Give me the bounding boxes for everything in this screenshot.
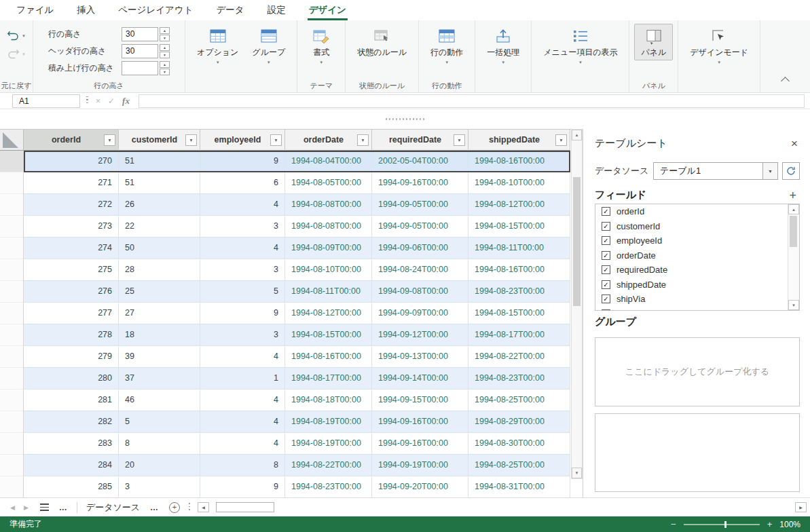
cell[interactable]: 1994-08-08T00:00: [285, 194, 372, 216]
cell[interactable]: 1994-09-12T00:00: [372, 324, 468, 346]
add-field-icon[interactable]: +: [789, 189, 796, 202]
tab-prev-icon[interactable]: ◀: [10, 504, 15, 511]
cell[interactable]: 4: [200, 390, 285, 411]
tabbar-splitter-icon[interactable]: [189, 503, 190, 512]
cell[interactable]: 51: [119, 172, 200, 194]
cell[interactable]: 1994-08-17T00:00: [285, 368, 372, 390]
cell[interactable]: 2002-05-04T00:00: [372, 151, 468, 172]
cell[interactable]: 1994-08-16T00:00: [468, 259, 570, 281]
undo-button[interactable]: ▼: [5, 29, 28, 42]
vscroll-thumb[interactable]: [573, 177, 581, 306]
cell[interactable]: 281: [24, 390, 119, 411]
cell[interactable]: 285: [24, 476, 119, 497]
cell[interactable]: 271: [24, 172, 119, 194]
datasource-select[interactable]: テーブル1 ▼: [653, 162, 778, 180]
cell[interactable]: 1994-09-16T00:00: [372, 172, 468, 194]
filter-dropdown-icon[interactable]: ▼: [555, 134, 567, 146]
datasource-dropdown-icon[interactable]: ▼: [762, 163, 777, 179]
field-item-shipVia[interactable]: ✓shipVia: [595, 292, 799, 307]
cell[interactable]: 26: [119, 194, 200, 216]
row-header[interactable]: [0, 433, 24, 455]
cell[interactable]: 1994-09-19T00:00: [372, 455, 468, 476]
cancel-icon[interactable]: ×: [96, 96, 100, 106]
spinner-down-icon[interactable]: ▼: [160, 52, 170, 58]
cell[interactable]: 50: [119, 238, 200, 259]
redo-button[interactable]: ▼: [5, 48, 28, 60]
field-item-freight[interactable]: ✓freight: [595, 307, 799, 311]
table-row[interactable]: 282541994-08-19T00:001994-09-16T00:00199…: [0, 411, 571, 433]
fields-scrollbar[interactable]: ▲ ▼: [788, 204, 799, 310]
cell[interactable]: 1994-08-22T00:00: [285, 455, 372, 476]
menu-item-5[interactable]: デザイン: [308, 0, 348, 20]
cell[interactable]: 1994-08-23T00:00: [468, 368, 570, 390]
scroll-up-icon[interactable]: ▲: [572, 130, 582, 140]
menu-item-4[interactable]: 設定: [266, 0, 287, 20]
column-header-orderDate[interactable]: orderDate▼: [285, 130, 372, 151]
menu-item-3[interactable]: データ: [215, 0, 245, 20]
table-row[interactable]: 2842081994-08-22T00:001994-09-19T00:0019…: [0, 455, 571, 476]
menu-display-button[interactable]: メニュー項目の表示 ▼: [536, 24, 624, 66]
row-header[interactable]: [0, 455, 24, 476]
table-row[interactable]: 2772791994-08-12T00:001994-09-09T00:0019…: [0, 303, 571, 324]
spinner-up-icon[interactable]: ▲: [160, 61, 170, 68]
undo-dropdown-icon[interactable]: ▼: [22, 34, 26, 38]
hscroll-right-icon[interactable]: ▶: [795, 502, 807, 512]
table-row[interactable]: 285391994-08-23T00:001994-09-20T00:00199…: [0, 476, 571, 497]
cell[interactable]: 275: [24, 259, 119, 281]
field-checkbox[interactable]: ✓: [602, 222, 610, 231]
field-checkbox[interactable]: ✓: [602, 294, 610, 303]
row-header[interactable]: [0, 411, 24, 433]
filter-dropdown-icon[interactable]: ▼: [357, 134, 369, 146]
cell[interactable]: 1994-08-19T00:00: [285, 411, 372, 433]
table-row[interactable]: 2745041994-08-09T00:001994-09-06T00:0019…: [0, 238, 571, 259]
cell[interactable]: 1994-09-13T00:00: [372, 346, 468, 368]
fx-icon[interactable]: fx: [122, 96, 130, 107]
cell[interactable]: 5: [200, 281, 285, 303]
grid-vertical-scrollbar[interactable]: ▲ ▼: [571, 129, 583, 479]
table-row[interactable]: 2762551994-08-11T00:001994-09-08T00:0019…: [0, 281, 571, 303]
field-checkbox[interactable]: ✓: [602, 207, 610, 216]
row-header[interactable]: [0, 216, 24, 238]
cell[interactable]: 280: [24, 368, 119, 390]
field-item-orderId[interactable]: ✓orderId: [595, 204, 799, 219]
row-header[interactable]: [0, 259, 24, 281]
select-all-corner[interactable]: [0, 130, 24, 151]
row-header[interactable]: [0, 151, 24, 172]
cell[interactable]: 6: [200, 172, 285, 194]
cell[interactable]: 20: [119, 455, 200, 476]
refresh-button[interactable]: [782, 162, 800, 180]
column-header-shippedDate[interactable]: shippedDate▼: [468, 130, 570, 151]
field-checkbox[interactable]: ✓: [602, 309, 610, 311]
redo-dropdown-icon[interactable]: ▼: [22, 52, 26, 56]
menu-item-1[interactable]: 挿入: [75, 0, 96, 20]
cell[interactable]: 1994-08-12T00:00: [468, 194, 570, 216]
row-header[interactable]: [0, 172, 24, 194]
row-actions-dropdown-icon[interactable]: ▼: [445, 60, 449, 64]
cell[interactable]: 1994-09-14T00:00: [372, 368, 468, 390]
cell[interactable]: 1994-09-16T00:00: [372, 411, 468, 433]
cell[interactable]: 1994-08-16T00:00: [285, 346, 372, 368]
spinner-up-icon[interactable]: ▲: [160, 44, 170, 51]
format-button[interactable]: 書式 ▼: [302, 24, 340, 66]
cell[interactable]: 1994-09-05T00:00: [372, 194, 468, 216]
cell[interactable]: 1994-08-15T00:00: [468, 303, 570, 324]
cell[interactable]: 274: [24, 238, 119, 259]
cell[interactable]: 1994-08-17T00:00: [468, 324, 570, 346]
panel-button[interactable]: パネル: [634, 24, 673, 60]
row-header[interactable]: [0, 346, 24, 368]
fields-scroll-down-icon[interactable]: ▼: [788, 300, 799, 310]
cell[interactable]: 1994-08-31T00:00: [468, 476, 570, 497]
filter-dropdown-icon[interactable]: ▼: [104, 134, 115, 146]
field-checkbox[interactable]: ✓: [602, 280, 610, 289]
cell[interactable]: 1994-08-09T00:00: [285, 238, 372, 259]
cell[interactable]: 1994-09-09T00:00: [372, 303, 468, 324]
hscroll-left-icon[interactable]: ◀: [198, 502, 209, 512]
group-button[interactable]: グループ ▼: [245, 24, 292, 66]
zoom-out-icon[interactable]: −: [671, 519, 676, 529]
cell[interactable]: 1994-08-30T00:00: [468, 433, 570, 455]
cell[interactable]: 9: [200, 476, 285, 497]
state-rules-button[interactable]: 状態のルール: [350, 24, 413, 60]
menu-item-2[interactable]: ページレイアウト: [117, 0, 194, 20]
cell[interactable]: 22: [119, 216, 200, 238]
cell[interactable]: 1: [200, 368, 285, 390]
